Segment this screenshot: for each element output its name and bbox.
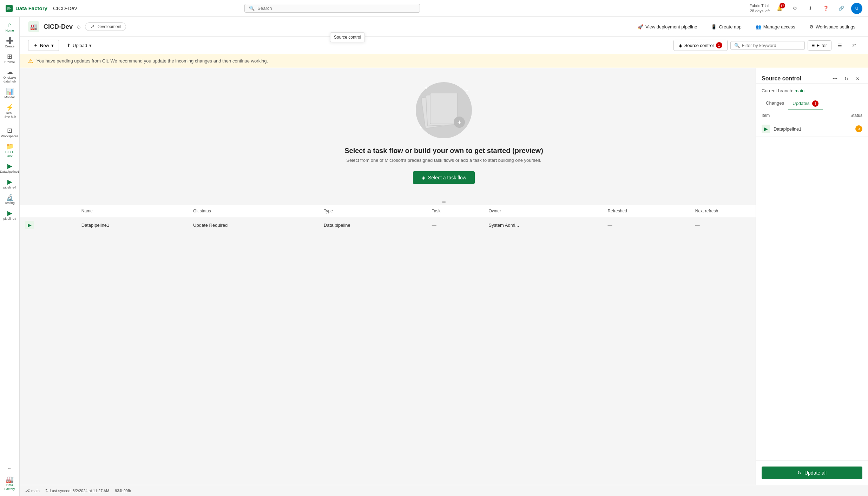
source-control-panel: Source control ••• ↻ ✕ Current branch: m… xyxy=(756,68,868,485)
branch-badge[interactable]: ⎇ Development xyxy=(85,22,126,31)
download-icon-btn[interactable]: ⬇ xyxy=(805,3,816,14)
sidebar-item-app[interactable]: 🏭 Data Factory xyxy=(1,474,18,493)
sidebar-item-create[interactable]: ➕ Create xyxy=(1,35,18,51)
sidebar-item-testing[interactable]: 🔬 Testing xyxy=(1,192,18,207)
status-sync[interactable]: ↻ Last synced: 8/2/2024 at 11:27 AM xyxy=(45,488,109,493)
updates-badge: 1 xyxy=(812,100,818,107)
panel-item-left: ▶ Datapipeline1 xyxy=(762,125,802,133)
main-content-area: 🏭 CICD-Dev ◇ ⎇ Development 🚀 View deploy… xyxy=(20,17,868,496)
source-control-badge: 1 xyxy=(716,42,722,48)
status-sync-icon: ↻ xyxy=(45,488,48,493)
deployment-icon: 🚀 xyxy=(638,24,643,29)
sidebar-item-monitor[interactable]: 📊 Monitor xyxy=(1,86,18,101)
sidebar-item-pipeline4-1[interactable]: ▶ pipeline4 xyxy=(1,177,18,192)
filter-keyword-input[interactable] xyxy=(742,43,801,48)
sidebar-item-onelake[interactable]: ☁ OneLake data hub xyxy=(1,67,18,86)
filter-button[interactable]: ≡ Filter xyxy=(808,40,831,51)
alert-icon: ⚠ xyxy=(28,58,33,64)
datapipeline1-icon: ▶ xyxy=(7,163,12,169)
upload-chevron-icon: ▾ xyxy=(89,43,92,48)
panel-item-name: Datapipeline1 xyxy=(774,126,802,132)
notification-button[interactable]: 🔔 37 xyxy=(774,3,785,14)
status-icon: ↺ xyxy=(857,127,860,131)
help-icon-btn[interactable]: ❓ xyxy=(820,3,831,14)
sidebar-item-cicd-dev[interactable]: 📁 CICD-Dev xyxy=(1,141,18,160)
drag-handle[interactable]: ═ xyxy=(20,198,868,205)
realtime-icon: ⚡ xyxy=(6,104,14,111)
new-button[interactable]: ＋ New ▾ xyxy=(28,40,59,51)
search-icon: 🔍 xyxy=(249,6,255,11)
workspace-name: CICD-Dev xyxy=(44,23,73,31)
select-task-flow-button[interactable]: ◈ Select a task flow xyxy=(413,171,475,184)
branch-row: Current branch: main xyxy=(756,84,868,98)
workspace-settings-btn[interactable]: ⚙ Workspace settings xyxy=(805,22,860,32)
sidebar-item-pipeline4-2[interactable]: ▶ pipeline4 xyxy=(1,208,18,223)
cicddev-icon: 📁 xyxy=(6,143,14,150)
sparkle-icon-2: ✦ xyxy=(465,88,469,93)
table-row[interactable]: ▶ Datapipeline1 Update Required Data pip… xyxy=(20,217,868,233)
panel-tabs: Changes Updates 1 xyxy=(756,98,868,110)
search-input[interactable] xyxy=(257,6,415,11)
panel-close-btn[interactable]: ✕ xyxy=(853,74,862,84)
col-git-status[interactable]: Git status xyxy=(188,205,318,217)
workspace-breadcrumb: CICD-Dev xyxy=(53,5,77,11)
drag-icon: ═ xyxy=(442,199,445,204)
sidebar-item-home[interactable]: ⌂ Home xyxy=(1,20,18,35)
manage-access-btn[interactable]: 👥 Manage access xyxy=(751,22,800,32)
panel-refresh-btn[interactable]: ↻ xyxy=(841,74,851,84)
empty-state-description: Select from one of Microsoft's predesign… xyxy=(346,158,541,163)
alert-message: You have pending updates from Git. We re… xyxy=(37,58,268,64)
update-all-icon: ↻ xyxy=(797,470,802,476)
data-table: Name Git status Type Task Owner Refreshe… xyxy=(20,205,868,233)
create-app-btn[interactable]: 📱 Create app xyxy=(707,22,745,32)
col-name[interactable]: Name xyxy=(76,205,188,217)
pipeline4-1-icon: ▶ xyxy=(7,179,12,185)
col-owner[interactable]: Owner xyxy=(483,205,602,217)
col-type[interactable]: Type xyxy=(318,205,426,217)
source-panel-title: Source control xyxy=(762,75,801,82)
panel-table-header: Item Status xyxy=(756,110,868,121)
app-icon: DF xyxy=(6,5,13,12)
sparkle-icon-3: ✦ xyxy=(419,124,423,130)
empty-state: + ✦ ✦ ✦ Select a task flow or build your… xyxy=(20,68,868,198)
panel-col-status: Status xyxy=(850,113,862,118)
sidebar-item-datapipeline1[interactable]: ▶ Datapipeline1 xyxy=(1,161,18,176)
source-panel-header: Source control ••• ↻ ✕ xyxy=(756,68,868,84)
source-control-icon: ◈ xyxy=(679,43,682,48)
branch-badge-label: Development xyxy=(97,24,121,29)
panel-tab-changes[interactable]: Changes xyxy=(762,98,788,110)
upload-button[interactable]: ⬆ Upload ▾ xyxy=(62,41,97,50)
user-avatar[interactable]: U xyxy=(851,3,862,14)
status-branch[interactable]: ⎇ main xyxy=(25,488,40,493)
table-area: Name Git status Type Task Owner Refreshe… xyxy=(20,205,868,485)
sidebar-item-browse[interactable]: ⊞ Browse xyxy=(1,51,18,66)
workspace-diamond-icon: ◇ xyxy=(77,24,81,29)
app-name: Data Factory xyxy=(15,5,47,11)
panel-tab-updates[interactable]: Updates 1 xyxy=(788,98,823,110)
col-refreshed[interactable]: Refreshed xyxy=(602,205,689,217)
status-branch-icon: ⎇ xyxy=(25,488,30,493)
sidebar-item-more[interactable]: ••• xyxy=(1,465,18,473)
workspace-left: 🏭 CICD-Dev ◇ ⎇ Development xyxy=(28,21,126,32)
create-icon: ➕ xyxy=(6,38,14,44)
sidebar-item-realtime[interactable]: ⚡ Real-Time hub xyxy=(1,102,18,121)
row-refreshed: — xyxy=(602,217,689,233)
source-control-button[interactable]: ◈ Source control 1 xyxy=(673,40,728,51)
update-all-button[interactable]: ↻ Update all xyxy=(762,467,862,479)
filter-icon: ≡ xyxy=(812,43,815,48)
share-icon-btn[interactable]: 🔗 xyxy=(836,3,847,14)
upload-icon: ⬆ xyxy=(67,43,71,48)
settings-icon-btn[interactable]: ⚙ xyxy=(789,3,801,14)
col-task[interactable]: Task xyxy=(426,205,483,217)
view-deployment-btn[interactable]: 🚀 View deployment pipeline xyxy=(633,22,701,32)
panel-more-btn[interactable]: ••• xyxy=(830,74,840,84)
app-branding: DF Data Factory CICD-Dev xyxy=(6,5,77,12)
new-chevron-icon: ▾ xyxy=(51,43,54,48)
filter-input[interactable]: 🔍 xyxy=(730,41,805,50)
search-bar[interactable]: 🔍 xyxy=(244,4,420,13)
view-toggle-btn[interactable]: ☰ xyxy=(834,40,846,51)
pipeline4-2-icon: ▶ xyxy=(7,210,12,216)
sidebar-item-workspaces[interactable]: ⊡ Workspaces xyxy=(1,125,18,140)
panel-item-row[interactable]: ▶ Datapipeline1 ↺ xyxy=(756,121,868,137)
share-workspace-btn[interactable]: ⇄ xyxy=(848,40,860,51)
